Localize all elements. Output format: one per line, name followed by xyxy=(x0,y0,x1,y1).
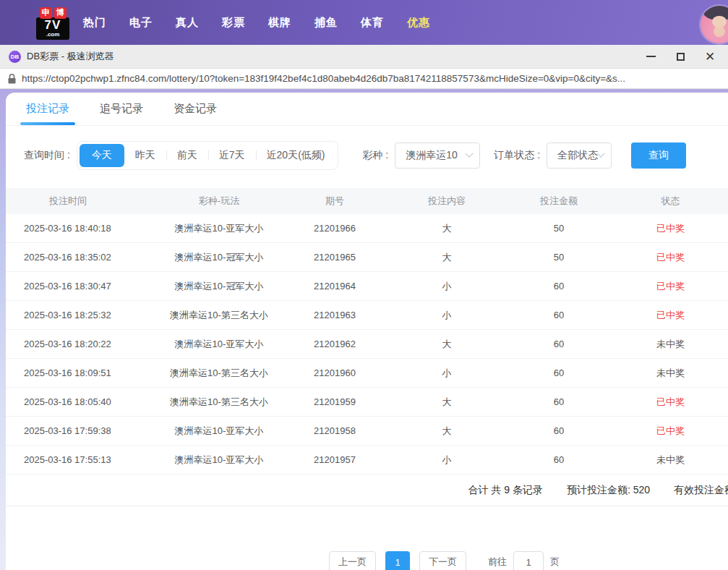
table-header-cell: 状态 xyxy=(613,195,728,208)
nav-item-3[interactable]: 彩票 xyxy=(222,16,245,30)
nav-item-0[interactable]: 热门 xyxy=(83,16,106,30)
issue-cell: 21201963 xyxy=(281,310,389,320)
status-cell: 已中奖 xyxy=(613,251,728,264)
query-button[interactable]: 查询 xyxy=(631,142,686,169)
table-header-cell: 投注金额 xyxy=(505,195,613,208)
summary-bar: 合计 共 9 条记录 预计投注金额: 520 有效投注金额: xyxy=(6,475,728,506)
time-filter-option-4[interactable]: 近20天(低频) xyxy=(256,144,336,167)
close-icon[interactable]: ✕ xyxy=(705,51,715,61)
bet-content-cell: 小 xyxy=(389,280,505,293)
time-filter-group: 今天昨天前天近7天近20天(低频) xyxy=(77,141,339,170)
window-controls: ✕ xyxy=(646,51,719,61)
time-filter-option-2[interactable]: 前天 xyxy=(166,144,208,167)
game-play-cell: 澳洲幸运10-第三名大小 xyxy=(158,309,281,322)
summary-valid-amount: 有效投注金额: xyxy=(674,484,728,497)
status-cell: 已中奖 xyxy=(613,425,728,438)
logo-main: 7V .com xyxy=(36,17,69,40)
bet-time-cell: 2025-03-16 17:55:13 xyxy=(6,454,158,465)
maximize-icon[interactable] xyxy=(675,51,685,61)
time-filter-option-3[interactable]: 近7天 xyxy=(208,144,256,167)
table-row: 2025-03-16 18:35:02 澳洲幸运10-冠军大小 21201965… xyxy=(6,243,728,272)
bet-amount-cell: 60 xyxy=(505,281,613,292)
status-cell: 未中奖 xyxy=(613,367,728,380)
bet-content-cell: 大 xyxy=(389,425,505,438)
window-title: DB彩票 - 极速浏览器 xyxy=(27,50,114,63)
game-play-cell: 澳洲幸运10-冠军大小 xyxy=(158,280,281,293)
summary-total: 合计 共 9 条记录 xyxy=(468,484,543,497)
nav-item-6[interactable]: 体育 xyxy=(361,16,384,30)
bet-content-cell: 大 xyxy=(389,222,505,235)
issue-cell: 21201958 xyxy=(281,425,389,436)
site-logo[interactable]: 申 博 7V .com xyxy=(36,7,69,40)
chevron-down-icon xyxy=(466,150,474,158)
nav-item-4[interactable]: 棋牌 xyxy=(268,16,291,30)
bet-content-cell: 小 xyxy=(389,367,505,380)
game-play-cell: 澳洲幸运10-第三名大小 xyxy=(158,367,281,380)
table-header-cell: 期号 xyxy=(281,195,389,208)
page-unit-label: 页 xyxy=(550,556,560,569)
table-row: 2025-03-16 18:25:32 澳洲幸运10-第三名大小 2120196… xyxy=(6,301,728,330)
logo-domain: .com xyxy=(38,32,68,38)
site-nav: 申 博 7V .com 热门电子真人彩票棋牌捕鱼体育优惠 xyxy=(0,0,728,45)
lock-icon xyxy=(8,74,16,84)
issue-cell: 21201959 xyxy=(281,396,389,407)
order-status-select[interactable]: 全部状态 xyxy=(547,142,612,169)
tab-0[interactable]: 投注记录 xyxy=(26,93,69,125)
bet-time-cell: 2025-03-16 18:09:51 xyxy=(6,367,158,378)
issue-cell: 21201960 xyxy=(281,367,389,378)
nav-item-1[interactable]: 电子 xyxy=(129,16,153,30)
time-filter-option-0[interactable]: 今天 xyxy=(80,144,124,167)
logo-text: 7V xyxy=(38,19,68,31)
bet-amount-cell: 50 xyxy=(505,252,613,263)
logo-badge-right: 博 xyxy=(54,7,67,19)
status-cell: 已中奖 xyxy=(613,309,728,322)
bet-time-cell: 2025-03-16 18:30:47 xyxy=(6,281,158,292)
bet-records-table: 投注时间彩种-玩法期号投注内容投注金额状态 2025-03-16 18:40:1… xyxy=(6,188,728,475)
prev-page-button[interactable]: 上一页 xyxy=(329,551,376,570)
table-row: 2025-03-16 17:55:13 澳洲幸运10-亚军大小 21201957… xyxy=(6,446,728,475)
bet-amount-cell: 50 xyxy=(505,223,613,234)
nav-item-2[interactable]: 真人 xyxy=(176,16,199,30)
current-page-button[interactable]: 1 xyxy=(385,551,410,570)
game-play-cell: 澳洲幸运10-第三名大小 xyxy=(158,396,281,409)
nav-item-5[interactable]: 捕鱼 xyxy=(314,16,338,30)
issue-cell: 21201962 xyxy=(281,339,389,349)
bet-time-cell: 2025-03-16 18:20:22 xyxy=(6,339,158,349)
nav-menu: 热门电子真人彩票棋牌捕鱼体育优惠 xyxy=(83,16,430,30)
table-row: 2025-03-16 17:59:38 澳洲幸运10-亚军大小 21201958… xyxy=(6,417,728,446)
game-play-cell: 澳洲幸运10-亚军大小 xyxy=(158,454,281,467)
goto-page-input[interactable] xyxy=(513,551,544,570)
game-play-cell: 澳洲幸运10-亚军大小 xyxy=(158,222,281,235)
tab-1[interactable]: 追号记录 xyxy=(100,93,143,125)
browser-titlebar: DB DB彩票 - 极速浏览器 ✕ xyxy=(0,45,728,69)
filter-bar: 查询时间 : 今天昨天前天近7天近20天(低频) 彩种 : 澳洲幸运10 订单状… xyxy=(24,141,728,170)
lottery-select[interactable]: 澳洲幸运10 xyxy=(395,142,480,169)
page-background: 投注记录追号记录资金记录 查询时间 : 今天昨天前天近7天近20天(低频) 彩种… xyxy=(0,89,728,570)
summary-expected-amount: 预计投注金额: 520 xyxy=(567,484,650,497)
issue-cell: 21201966 xyxy=(281,223,389,234)
table-header-row: 投注时间彩种-玩法期号投注内容投注金额状态 xyxy=(6,188,728,214)
minimize-icon[interactable] xyxy=(646,51,656,61)
table-header-cell: 彩种-玩法 xyxy=(158,195,281,208)
game-play-cell: 澳洲幸运10-亚军大小 xyxy=(158,425,281,438)
table-header-cell: 投注时间 xyxy=(6,195,158,208)
url-text[interactable]: https://ctop02pchwp1.zfnc84.com/lottery/… xyxy=(22,73,625,84)
site-favicon: DB xyxy=(9,51,21,63)
bet-content-cell: 大 xyxy=(389,396,505,409)
bet-time-cell: 2025-03-16 18:05:40 xyxy=(6,396,158,407)
pagination: 上一页 1 下一页 前往 页 xyxy=(6,551,560,570)
time-filter-option-1[interactable]: 昨天 xyxy=(124,144,166,167)
game-play-cell: 澳洲幸运10-冠军大小 xyxy=(158,251,281,264)
issue-cell: 21201964 xyxy=(281,281,389,292)
table-row: 2025-03-16 18:09:51 澳洲幸运10-第三名大小 2120196… xyxy=(6,359,728,388)
nav-item-7[interactable]: 优惠 xyxy=(407,16,430,30)
status-cell: 已中奖 xyxy=(613,222,728,235)
tab-2[interactable]: 资金记录 xyxy=(174,93,217,125)
bet-amount-cell: 60 xyxy=(505,367,613,378)
bet-time-cell: 2025-03-16 18:25:32 xyxy=(6,310,158,320)
address-bar[interactable]: https://ctop02pchwp1.zfnc84.com/lottery/… xyxy=(0,69,728,89)
record-tabs: 投注记录追号记录资金记录 xyxy=(6,93,728,126)
next-page-button[interactable]: 下一页 xyxy=(419,551,466,570)
table-body: 2025-03-16 18:40:18 澳洲幸运10-亚军大小 21201966… xyxy=(6,214,728,475)
user-avatar[interactable] xyxy=(701,6,728,43)
